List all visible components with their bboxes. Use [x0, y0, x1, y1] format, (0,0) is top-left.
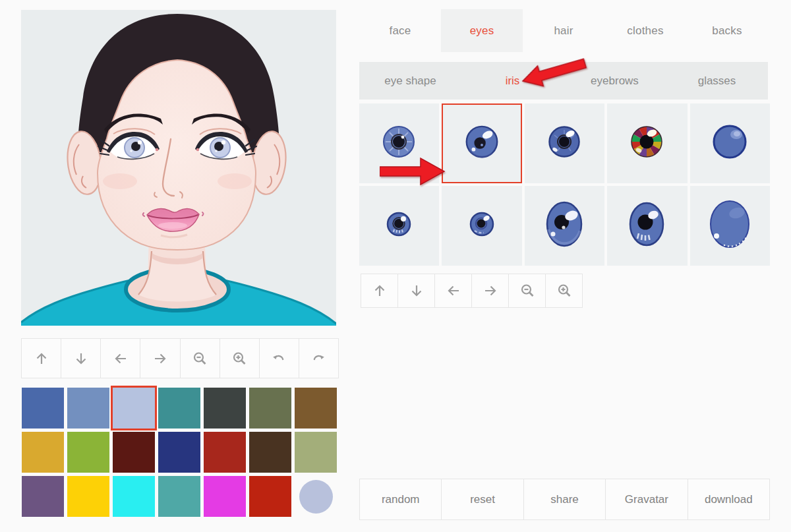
iris-move-down-button[interactable]	[397, 274, 435, 308]
iris-option-glossy-highlight-selected[interactable]	[442, 103, 521, 183]
tab-backs[interactable]: backs	[686, 9, 768, 52]
download-button[interactable]: download	[688, 479, 770, 520]
redo-icon	[310, 350, 327, 367]
zoom-in-button[interactable]	[220, 338, 260, 378]
iris-option-small-lash-marks[interactable]	[359, 186, 439, 266]
arrow-up-icon	[371, 282, 388, 299]
iris-zoom-in-button[interactable]	[545, 274, 583, 308]
zoom-out-icon	[519, 282, 536, 299]
iris-option-large-oval-lashes[interactable]	[607, 186, 687, 266]
arrow-up-icon	[33, 350, 50, 367]
subtab-glasses[interactable]: glasses	[666, 62, 768, 100]
arrow-left-icon	[112, 350, 129, 367]
iris-option-plain-circle[interactable]	[690, 103, 770, 183]
iris-thumb	[525, 103, 604, 183]
avatar-blush-left	[103, 173, 137, 189]
color-swatch[interactable]	[204, 476, 246, 517]
current-color-indicator	[299, 480, 333, 514]
iris-option-rainbow-segments[interactable]	[607, 103, 687, 183]
avatar-blush-right	[218, 173, 252, 189]
avatar-maker-page: face eyes hair clothes backs eye shape i…	[0, 0, 791, 532]
random-button[interactable]: random	[359, 479, 442, 520]
iris-zoom-out-button[interactable]	[508, 274, 546, 308]
undo-icon	[270, 350, 287, 367]
color-swatch[interactable]	[249, 388, 291, 429]
iris-option-large-plain-oval[interactable]	[690, 186, 770, 266]
color-swatch[interactable]	[204, 388, 246, 429]
move-down-button[interactable]	[61, 338, 101, 378]
iris-position-toolbar	[361, 274, 583, 308]
gravatar-button[interactable]: Gravatar	[605, 479, 688, 520]
arrow-right-icon	[152, 350, 169, 367]
color-swatch[interactable]	[158, 432, 200, 473]
iris-thumb	[607, 186, 687, 266]
avatar-illustration	[21, 10, 336, 326]
avatar-toolbar	[21, 338, 339, 378]
iris-thumb	[359, 186, 439, 266]
color-swatch[interactable]	[22, 388, 64, 429]
zoom-in-icon	[556, 282, 573, 299]
move-right-button[interactable]	[140, 338, 180, 378]
iris-move-left-button[interactable]	[434, 274, 472, 308]
zoom-in-icon	[231, 350, 248, 367]
tab-eyes[interactable]: eyes	[441, 9, 523, 52]
iris-thumb	[690, 186, 770, 266]
iris-option-sparkle-streaks[interactable]	[525, 103, 604, 183]
color-swatch[interactable]	[67, 388, 109, 429]
iris-move-up-button[interactable]	[361, 274, 398, 308]
current-color-cell	[295, 476, 337, 517]
move-up-button[interactable]	[21, 338, 61, 378]
subtab-iris[interactable]: iris	[461, 62, 564, 100]
arrow-down-icon	[408, 282, 425, 299]
arrow-down-icon	[73, 350, 90, 367]
color-swatch[interactable]	[67, 432, 109, 473]
iris-thumb	[359, 103, 439, 183]
reset-button[interactable]: reset	[441, 479, 523, 520]
iris-option-radial-streaks[interactable]	[359, 103, 439, 183]
subtab-eyebrows[interactable]: eyebrows	[564, 62, 666, 100]
move-left-button[interactable]	[100, 338, 140, 378]
color-swatch[interactable]	[249, 432, 291, 473]
iris-thumb	[444, 105, 521, 182]
color-swatch[interactable]	[22, 476, 64, 517]
redo-button[interactable]	[299, 338, 339, 378]
color-swatch[interactable]	[113, 432, 155, 473]
arrow-left-icon	[445, 282, 462, 299]
color-swatch[interactable]	[295, 432, 337, 473]
zoom-out-button[interactable]	[180, 338, 220, 378]
color-swatch[interactable]	[158, 388, 200, 429]
color-swatch[interactable]	[67, 476, 109, 517]
iris-thumb	[525, 186, 604, 266]
category-tabs: face eyes hair clothes backs	[359, 9, 768, 52]
iris-thumb	[690, 103, 770, 183]
tab-hair[interactable]: hair	[523, 9, 604, 52]
tab-clothes[interactable]: clothes	[604, 9, 686, 52]
arrow-right-icon	[482, 282, 499, 299]
undo-button[interactable]	[259, 338, 299, 378]
eyes-subtabs: eye shape iris eyebrows glasses	[359, 62, 768, 100]
color-palette	[22, 388, 337, 517]
color-swatch[interactable]	[249, 476, 291, 517]
iris-option-small-glossy[interactable]	[442, 186, 521, 266]
color-swatch[interactable]	[22, 432, 64, 473]
tab-face[interactable]: face	[359, 9, 441, 52]
color-swatch[interactable]	[295, 388, 337, 429]
avatar-preview	[21, 10, 336, 326]
color-swatch[interactable]	[158, 476, 200, 517]
iris-move-right-button[interactable]	[471, 274, 509, 308]
share-button[interactable]: share	[523, 479, 606, 520]
zoom-out-icon	[191, 350, 208, 367]
color-swatch[interactable]	[113, 476, 155, 517]
iris-option-large-oval-glossy[interactable]	[525, 186, 604, 266]
color-swatch-selected[interactable]	[113, 388, 155, 429]
iris-options-grid	[359, 103, 770, 266]
iris-thumb	[442, 186, 522, 266]
subtab-eye-shape[interactable]: eye shape	[359, 62, 461, 100]
color-swatch[interactable]	[204, 432, 246, 473]
action-bar: random reset share Gravatar download	[359, 479, 770, 520]
iris-thumb	[607, 103, 687, 183]
